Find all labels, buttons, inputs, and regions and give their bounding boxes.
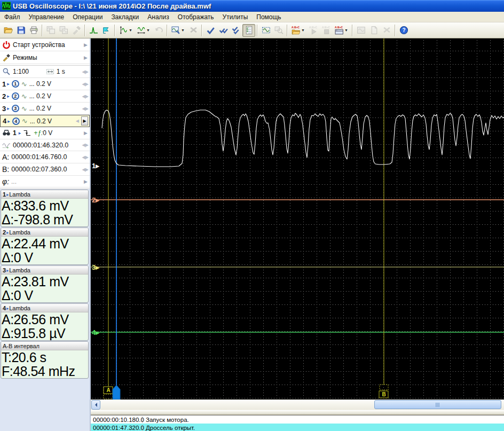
dropdown-caret-icon[interactable]: ▼ bbox=[344, 28, 348, 32]
view-chart-icon bbox=[171, 26, 180, 35]
dropdown-caret-icon[interactable]: ▼ bbox=[129, 28, 132, 32]
step-arrows[interactable]: ◀|▶ bbox=[82, 94, 89, 99]
zoom-value[interactable]: 1:100 bbox=[13, 68, 29, 75]
impulse-button[interactable] bbox=[87, 24, 100, 37]
arrow-icon: ▸ bbox=[19, 130, 21, 136]
expand-arrow-icon[interactable]: ▶ bbox=[84, 55, 89, 60]
pane-splitter[interactable] bbox=[91, 410, 504, 415]
modes-button[interactable]: Режимы ▶ bbox=[0, 51, 90, 64]
x-gray-icon bbox=[382, 26, 391, 35]
channel-setting[interactable]: ... 0.2 V bbox=[29, 80, 51, 88]
channel-number: 1 bbox=[2, 80, 6, 88]
marker-button[interactable] bbox=[100, 24, 113, 37]
channel-marker-1[interactable]: 1▸ bbox=[92, 162, 100, 170]
channel-row-4[interactable]: 4▸4∿... 0.2 V◀▶ bbox=[0, 115, 90, 127]
panel-header[interactable]: 4▸Lambda bbox=[1, 304, 88, 312]
sync-row[interactable]: 1▸ +ƒ:0 V ▶ bbox=[0, 127, 90, 139]
arrow-icon: ▸ bbox=[6, 192, 9, 197]
channel-row-3[interactable]: 3▸3∿... 0.2 V◀|▶ bbox=[0, 103, 90, 115]
panel-value-2: F:48.54 mHz bbox=[1, 364, 88, 378]
zoom-row[interactable]: 1:100 1 s ◀|▶ bbox=[0, 66, 90, 78]
cursor-b-value[interactable]: 00000:02:07.360.0 bbox=[11, 166, 67, 173]
phase-row[interactable]: φ: ... ▶ bbox=[0, 176, 90, 187]
step-arrows[interactable]: ◀|▶ bbox=[82, 82, 89, 87]
measure-panel-ab: A-B интервалT:20.6 sF:48.54 mHz bbox=[1, 341, 89, 379]
save-icon bbox=[17, 26, 26, 35]
channel-setting[interactable]: ... 0.2 V bbox=[30, 117, 52, 125]
cursor-b-row[interactable]: B: 00000:02:07.360.0 ◀|▶ bbox=[0, 163, 90, 176]
menu-item-help[interactable]: Помощь bbox=[252, 12, 285, 22]
step-arrows[interactable]: ◀|▶ bbox=[82, 155, 89, 160]
channel-setting[interactable]: ... 0.2 V bbox=[29, 105, 51, 112]
panel-value-1: A:833.6 mV bbox=[1, 199, 88, 213]
abc-panel-icon: A:B+C bbox=[335, 26, 344, 35]
apply-check-button[interactable] bbox=[230, 24, 242, 37]
cursor-b-badge-label: B bbox=[382, 391, 385, 397]
open-button[interactable] bbox=[2, 24, 14, 37]
channel-marker-2[interactable]: 2▸ bbox=[92, 196, 100, 204]
channel-row-1[interactable]: 1▸1∿... 0.2 V◀|▶ bbox=[0, 78, 90, 90]
expand-arrow-icon[interactable]: ▶ bbox=[84, 42, 89, 48]
abc-open-button[interactable]: A:B+C▼ bbox=[289, 24, 307, 37]
expand-arrow-icon[interactable]: ▶ bbox=[84, 179, 89, 184]
dropdown-caret-icon[interactable]: ▼ bbox=[181, 28, 185, 32]
menu-item-display[interactable]: Отображать bbox=[174, 12, 218, 22]
check-button[interactable] bbox=[204, 24, 217, 37]
panel-header[interactable]: 2▸Lambda bbox=[1, 228, 88, 237]
measure-panel-2: 2▸LambdaA:22.44 mVΔ:0 V bbox=[1, 228, 89, 265]
cursor-a-row[interactable]: A: 00000:01:46.760.0 ◀|▶ bbox=[0, 151, 90, 163]
panel-header[interactable]: 1▸Lambda bbox=[1, 190, 88, 199]
cursor-a-value[interactable]: 00000:01:46.760.0 bbox=[11, 153, 67, 161]
bookmark-row[interactable]: 00000:01:47.320.0Дроссель открыт. bbox=[91, 424, 504, 431]
help-button[interactable]: ? bbox=[397, 24, 410, 37]
help-icon: ? bbox=[399, 26, 408, 35]
menu-item-utilities[interactable]: Утилиты bbox=[218, 12, 253, 22]
channel-setting[interactable]: ... 0.2 V bbox=[29, 92, 51, 100]
scrollbar-track[interactable] bbox=[101, 400, 504, 410]
panel-header[interactable]: 3▸Lambda bbox=[1, 266, 88, 275]
save-button[interactable] bbox=[14, 24, 27, 37]
arrow-icon: ▸ bbox=[6, 230, 9, 235]
position-row[interactable]: 00000:01:46.320.0 ◀|▶ bbox=[0, 139, 90, 151]
notes-button[interactable] bbox=[242, 24, 255, 37]
scale-amplitude-button[interactable]: ▼ bbox=[117, 24, 135, 37]
menu-item-file[interactable]: Файл bbox=[0, 12, 25, 22]
time-div-value[interactable]: 1 s bbox=[57, 68, 65, 75]
scroll-left-button[interactable] bbox=[91, 400, 100, 410]
step-arrows[interactable]: ◀|▶ bbox=[82, 167, 89, 172]
horizontal-scrollbar[interactable] bbox=[91, 399, 504, 410]
binoculars-icon bbox=[2, 129, 11, 137]
bookmark-row[interactable]: 00000:00:10.180.0Запуск мотора. bbox=[91, 416, 504, 424]
scale-amplitude-icon bbox=[119, 26, 128, 35]
scrollbar-thumb[interactable] bbox=[374, 400, 501, 409]
step-arrows[interactable]: ◀|▶ bbox=[82, 69, 89, 74]
menu-item-control[interactable]: Управление bbox=[25, 12, 69, 22]
menu-item-operations[interactable]: Операции bbox=[68, 12, 107, 22]
abc-panel-button[interactable]: A:B+C▼ bbox=[333, 24, 350, 37]
dropdown-caret-icon[interactable]: ▼ bbox=[301, 28, 305, 32]
menu-item-analysis[interactable]: Анализ bbox=[143, 12, 174, 22]
check-all-button[interactable] bbox=[217, 24, 230, 37]
dropdown-caret-icon[interactable]: ▼ bbox=[146, 28, 150, 32]
channel-row-2[interactable]: 2▸2∿... 0.2 V◀|▶ bbox=[0, 90, 90, 103]
channel-marker-3[interactable]: 3▸ bbox=[92, 263, 100, 271]
channel-marker-4[interactable]: 4▸ bbox=[92, 328, 100, 336]
scale-time-button[interactable]: ▼ bbox=[135, 24, 152, 37]
select-fragment-button[interactable] bbox=[259, 24, 272, 37]
channel-number: 3 bbox=[2, 105, 6, 113]
position-value[interactable]: 00000:01:46.320.0 bbox=[13, 142, 68, 149]
channel-expand-button[interactable]: ▶ bbox=[81, 116, 88, 126]
panel-header[interactable]: A-B интервал bbox=[1, 342, 88, 350]
oscilloscope-display[interactable]: 1▸2▸3▸4▸AB bbox=[91, 38, 504, 399]
step-arrows[interactable]: ◀|▶ bbox=[82, 143, 89, 147]
sync-level[interactable]: 0 V bbox=[43, 129, 52, 137]
start-device-button[interactable]: Старт устройства ▶ bbox=[0, 38, 90, 51]
menu-item-bookmarks[interactable]: Закладки bbox=[107, 12, 143, 22]
toolbar-separator bbox=[287, 25, 288, 36]
print-button[interactable] bbox=[27, 24, 40, 37]
step-arrows[interactable]: ◀ bbox=[76, 119, 79, 123]
view-mode-button[interactable]: ▼ bbox=[169, 24, 187, 37]
scale-time-icon bbox=[137, 26, 146, 35]
step-arrows[interactable]: ◀|▶ bbox=[82, 106, 89, 111]
expand-arrow-icon[interactable]: ▶ bbox=[84, 130, 89, 136]
